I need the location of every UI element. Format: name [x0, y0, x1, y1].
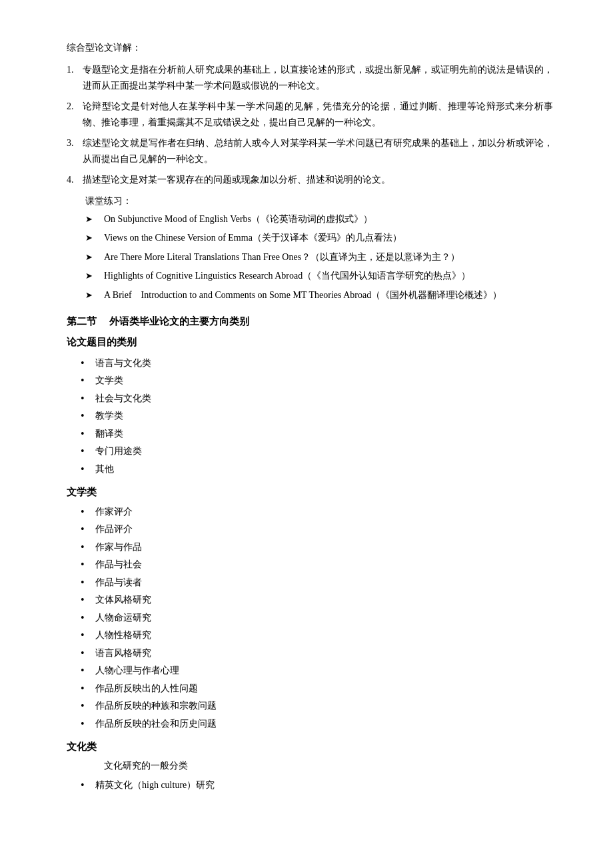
arrow-icon: ➤ — [85, 287, 104, 303]
arrow-zh: （《国外机器翻译理论概述》） — [371, 290, 502, 300]
bullet-icon: • — [81, 464, 95, 475]
thesis-topic-heading: 论文题目的类别 — [67, 334, 553, 351]
arrow-zh: （关于汉译本《爱玛》的几点看法） — [253, 233, 402, 243]
topic-category-list: • 语言与文化类 • 文学类 • 社会与文化类 • 教学类 • 翻译类 • 专门… — [81, 355, 553, 478]
list-text: 综述型论文就是写作者在归纳、总结前人或今人对某学科某一学术问题已有研究成果的基础… — [83, 135, 553, 168]
list-text: 教学类 — [95, 408, 123, 425]
bullet-icon: • — [81, 393, 95, 404]
list-text: 文学类 — [95, 373, 123, 389]
bullet-icon: • — [81, 613, 95, 623]
classroom-label: 课堂练习： — [67, 193, 553, 210]
list-item: • 人物心理与作者心理 — [81, 663, 553, 679]
classroom-text: 课堂练习： — [85, 196, 132, 206]
list-text: 作品与社会 — [95, 557, 142, 573]
culture-sub-label: 文化研究的一般分类 — [67, 758, 553, 775]
list-item: • 作家与作品 — [81, 539, 553, 556]
list-text: 描述型论文是对某一客观存在的问题或现象加以分析、描述和说明的论文。 — [83, 172, 553, 189]
bullet-icon: • — [81, 542, 95, 553]
list-text: 作家评介 — [95, 504, 133, 521]
list-item: • 社会与文化类 — [81, 391, 553, 407]
list-item: 1. 专题型论文是指在分析前人研究成果的基础上，以直接论述的形式，或提出新见解，… — [67, 62, 553, 95]
list-item: • 文学类 — [81, 373, 553, 389]
list-item: • 作品与读者 — [81, 575, 553, 591]
bullet-icon: • — [81, 524, 95, 535]
bullet-icon: • — [81, 411, 95, 421]
list-text: 精英文化（high culture）研究 — [95, 777, 215, 794]
list-text: 语言与文化类 — [95, 355, 151, 372]
arrow-en: Are There More Literal Translations Than… — [104, 252, 310, 262]
arrow-zh: （《当代国外认知语言学研究的热点》） — [303, 271, 470, 281]
list-item: 4. 描述型论文是对某一客观存在的问题或现象加以分析、描述和说明的论文。 — [67, 172, 553, 189]
bullet-icon: • — [81, 429, 95, 439]
list-text: 人物命运研究 — [95, 610, 151, 627]
intro-text: 综合型论文详解： — [67, 43, 141, 53]
arrow-icon: ➤ — [85, 268, 104, 284]
list-item: • 其他 — [81, 461, 553, 478]
list-item: • 作品所反映出的人性问题 — [81, 681, 553, 697]
list-text: 专题型论文是指在分析前人研究成果的基础上，以直接论述的形式，或提出新见解，或证明… — [83, 62, 553, 95]
list-item: • 作品所反映的种族和宗教问题 — [81, 698, 553, 715]
literature-list: • 作家评介 • 作品评介 • 作家与作品 • 作品与社会 • 作品与读者 • … — [81, 504, 553, 733]
list-num: 3. — [67, 135, 83, 168]
bullet-icon: • — [81, 780, 95, 791]
bullet-icon: • — [81, 577, 95, 588]
bullet-icon: • — [81, 595, 95, 605]
list-item: 2. 论辩型论文是针对他人在某学科中某一学术问题的见解，凭借充分的论据，通过判断… — [67, 99, 553, 131]
intro-label: 综合型论文详解： — [67, 40, 553, 57]
list-item: • 语言风格研究 — [81, 645, 553, 662]
list-item: 3. 综述型论文就是写作者在归纳、总结前人或今人对某学科某一学术问题已有研究成果… — [67, 135, 553, 168]
list-text: 人物性格研究 — [95, 627, 151, 644]
arrow-icon: ➤ — [85, 230, 104, 246]
list-item: • 人物性格研究 — [81, 627, 553, 644]
bullet-icon: • — [81, 701, 95, 711]
list-item: • 教学类 — [81, 408, 553, 425]
list-item: • 作品所反映的社会和历史问题 — [81, 716, 553, 733]
arrow-icon: ➤ — [85, 211, 104, 227]
list-item: • 人物命运研究 — [81, 610, 553, 627]
culture-list: • 精英文化（high culture）研究 — [81, 777, 553, 794]
list-item: ➤ Are There More Literal Translations Th… — [85, 249, 553, 266]
list-item: • 语言与文化类 — [81, 355, 553, 372]
list-text: 文体风格研究 — [95, 592, 151, 609]
arrow-zh: （《论英语动词的虚拟式》） — [251, 214, 372, 224]
section2-heading: 第二节 外语类毕业论文的主要方向类别 — [67, 313, 553, 330]
list-item: ➤ Highlights of Cognitive Linguistics Re… — [85, 268, 553, 285]
bullet-icon: • — [81, 375, 95, 386]
arrow-content: Views on the Chinese Version of Emma（关于汉… — [104, 230, 553, 247]
numbered-list: 1. 专题型论文是指在分析前人研究成果的基础上，以直接论述的形式，或提出新见解，… — [67, 62, 553, 189]
list-num: 4. — [67, 172, 83, 189]
bullet-icon: • — [81, 446, 95, 457]
list-item: • 专门用途类 — [81, 443, 553, 460]
bullet-icon: • — [81, 683, 95, 694]
culture-heading: 文化类 — [67, 739, 553, 755]
list-text: 人物心理与作者心理 — [95, 663, 179, 679]
list-item: ➤ On Subjunctive Mood of English Verbs（《… — [85, 211, 553, 228]
bullet-icon: • — [81, 630, 95, 641]
bullet-icon: • — [81, 507, 95, 517]
arrow-zh: （以直译为主，还是以意译为主？） — [310, 252, 460, 262]
list-text: 作品所反映的社会和历史问题 — [95, 716, 217, 733]
list-text: 作品与读者 — [95, 575, 142, 591]
bullet-icon: • — [81, 559, 95, 570]
list-item: ➤ Views on the Chinese Version of Emma（关… — [85, 230, 553, 247]
bullet-icon: • — [81, 665, 95, 676]
arrow-content: A Brief Introduction to and Comments on … — [104, 287, 553, 304]
list-text: 语言风格研究 — [95, 645, 151, 662]
literature-heading: 文学类 — [67, 484, 553, 501]
list-text: 专门用途类 — [95, 443, 142, 460]
arrow-content: On Subjunctive Mood of English Verbs（《论英… — [104, 211, 553, 228]
list-item: • 文体风格研究 — [81, 592, 553, 609]
list-num: 2. — [67, 99, 83, 131]
list-text: 作品评介 — [95, 521, 133, 538]
arrow-content: Are There More Literal Translations Than… — [104, 249, 553, 266]
arrow-en: On Subjunctive Mood of English Verbs — [104, 214, 251, 224]
list-item: • 精英文化（high culture）研究 — [81, 777, 553, 794]
list-item: • 作品评介 — [81, 521, 553, 538]
arrow-en: A Brief Introduction to and Comments on … — [104, 290, 371, 300]
list-item: • 翻译类 — [81, 426, 553, 443]
list-text: 社会与文化类 — [95, 391, 151, 407]
bullet-icon: • — [81, 648, 95, 659]
page-content: 综合型论文详解： 1. 专题型论文是指在分析前人研究成果的基础上，以直接论述的形… — [0, 0, 613, 836]
list-text: 其他 — [95, 461, 114, 478]
list-item: ➤ A Brief Introduction to and Comments o… — [85, 287, 553, 304]
